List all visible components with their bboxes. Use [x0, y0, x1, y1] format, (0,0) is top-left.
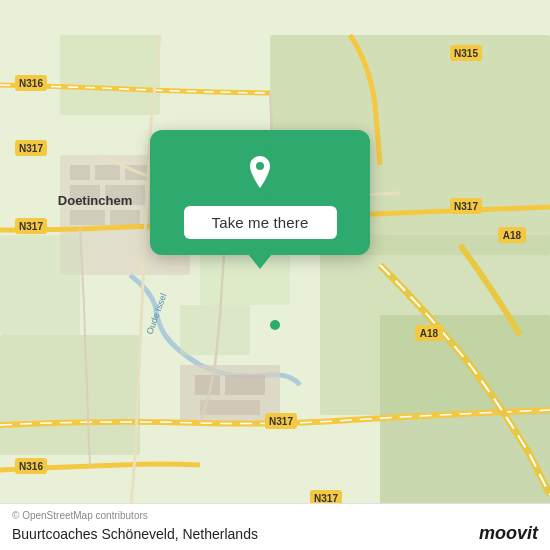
svg-text:A18: A18	[503, 230, 522, 241]
svg-text:N316: N316	[19, 78, 43, 89]
place-name: Buurtcoaches Schöneveld, Netherlands	[12, 526, 258, 542]
svg-rect-15	[195, 375, 220, 395]
map-svg: N317 N317 N317 N317 N316 N317 N316 N315 …	[0, 0, 550, 550]
location-icon-wrapper	[236, 148, 284, 196]
svg-rect-3	[60, 35, 160, 115]
svg-rect-19	[180, 305, 250, 355]
svg-rect-7	[95, 165, 120, 180]
take-me-there-button[interactable]: Take me there	[184, 206, 337, 239]
moovit-logo: moovit	[479, 523, 538, 544]
svg-rect-6	[70, 165, 90, 180]
svg-rect-16	[225, 375, 265, 395]
bottom-bar: © OpenStreetMap contributors Buurtcoache…	[0, 503, 550, 550]
svg-rect-2	[0, 335, 140, 455]
moovit-logo-text: moovit	[479, 523, 538, 544]
svg-text:A18: A18	[420, 328, 439, 339]
svg-text:Oude Issel: Oude Issel	[144, 292, 168, 336]
svg-text:N316: N316	[19, 461, 43, 472]
place-info: Buurtcoaches Schöneveld, Netherlands moo…	[12, 523, 538, 544]
svg-text:N317: N317	[269, 416, 293, 427]
svg-rect-17	[200, 400, 260, 415]
svg-point-44	[256, 162, 264, 170]
svg-text:N317: N317	[454, 201, 478, 212]
svg-rect-12	[110, 210, 140, 225]
location-pin-icon	[244, 154, 276, 190]
svg-rect-20	[0, 235, 80, 335]
svg-point-43	[270, 320, 280, 330]
svg-text:N317: N317	[19, 143, 43, 154]
svg-text:Doetinchem: Doetinchem	[58, 193, 132, 208]
popup-card: Take me there	[150, 130, 370, 255]
svg-text:N315: N315	[454, 48, 478, 59]
svg-text:N317: N317	[19, 221, 43, 232]
map-attribution: © OpenStreetMap contributors	[12, 510, 538, 521]
map-container: N317 N317 N317 N317 N316 N317 N316 N315 …	[0, 0, 550, 550]
svg-rect-11	[70, 210, 105, 225]
